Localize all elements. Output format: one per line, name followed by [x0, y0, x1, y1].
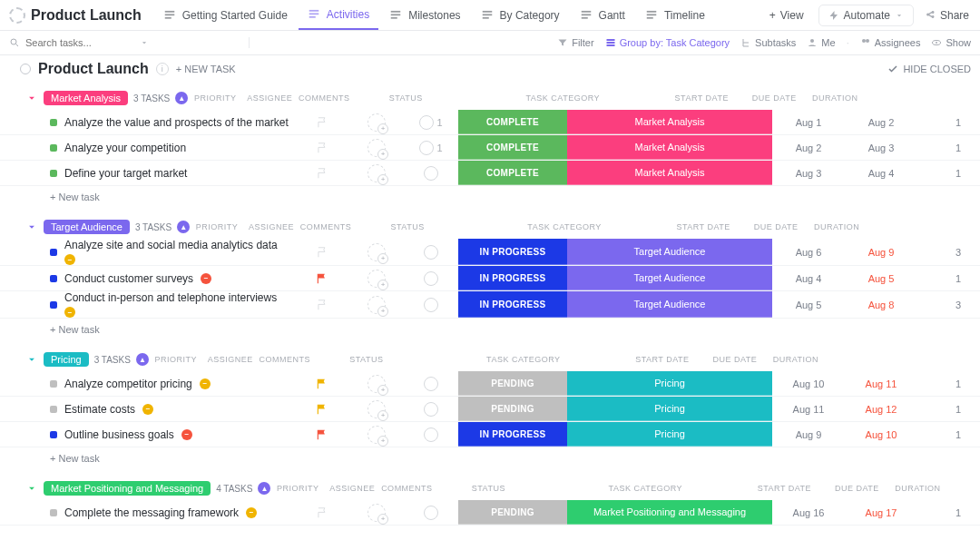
status-square-icon[interactable] [50, 249, 57, 256]
status-square-icon[interactable] [50, 144, 57, 152]
group-pill[interactable]: Target Audience [44, 220, 130, 234]
new-task-button[interactable]: + New task [0, 447, 980, 469]
col-start-date[interactable]: START DATE [665, 93, 738, 103]
collapse-all-icon[interactable] [20, 64, 31, 74]
col-comments[interactable]: COMMENTS [258, 355, 312, 364]
comment-icon[interactable] [424, 427, 438, 442]
status-square-icon[interactable] [50, 301, 57, 309]
comment-icon[interactable] [424, 506, 438, 520]
group-pill[interactable]: Market Positioning and Messaging [44, 481, 211, 496]
status-cell[interactable]: IN PROGRESS [458, 422, 567, 447]
assignee-placeholder[interactable] [368, 375, 386, 393]
task-row[interactable]: Outline business goals− IN PROGRESS Pric… [0, 422, 980, 447]
collapse-icon[interactable]: ▲ [175, 92, 188, 104]
comment-icon[interactable] [424, 402, 438, 417]
col-assignee[interactable]: ASSIGNEE [325, 484, 379, 493]
search-input[interactable] [25, 37, 134, 48]
due-date-cell[interactable]: Aug 3 [845, 135, 917, 160]
col-start-date[interactable]: START DATE [626, 355, 699, 364]
task-row[interactable]: Analyze site and social media analytics … [0, 239, 980, 266]
add-view[interactable]: + View [760, 3, 813, 28]
start-date-cell[interactable]: Aug 5 [772, 291, 845, 318]
col-priority[interactable]: PRIORITY [188, 93, 242, 103]
new-task-button[interactable]: + New task [0, 186, 980, 208]
status-square-icon[interactable] [50, 509, 57, 516]
status-square-icon[interactable] [50, 380, 57, 388]
col-category[interactable]: TASK CATEGORY [460, 93, 665, 103]
status-cell[interactable]: PENDING [458, 397, 567, 421]
comment-icon[interactable] [424, 377, 438, 391]
status-square-icon[interactable] [50, 170, 57, 177]
task-row[interactable]: Conduct in-person and telephone intervie… [0, 291, 980, 319]
duration-cell[interactable]: 1 [917, 135, 966, 160]
assignee-placeholder[interactable] [368, 164, 386, 182]
col-duration[interactable]: DURATION [812, 222, 861, 231]
due-date-cell[interactable]: Aug 5 [845, 266, 917, 290]
group-pill[interactable]: Market Analysis [44, 91, 128, 105]
priority-flag-icon[interactable] [316, 246, 328, 259]
assignee-placeholder[interactable] [368, 270, 386, 288]
show-button[interactable]: Show [931, 37, 971, 48]
chevron-down-icon[interactable] [25, 221, 38, 233]
collapse-icon[interactable]: ▲ [177, 221, 190, 233]
status-square-icon[interactable] [50, 275, 57, 282]
due-date-cell[interactable]: Aug 2 [845, 110, 917, 134]
chevron-down-icon[interactable] [140, 38, 149, 47]
start-date-cell[interactable]: Aug 4 [772, 266, 845, 290]
assignee-placeholder[interactable] [368, 296, 386, 314]
duration-cell[interactable]: 1 [917, 161, 966, 185]
col-category[interactable]: TASK CATEGORY [421, 355, 626, 364]
search-box[interactable] [9, 37, 250, 48]
group-pill[interactable]: Pricing [44, 352, 89, 367]
view-tab[interactable]: By Category [472, 2, 569, 29]
category-cell[interactable]: Pricing [567, 371, 772, 396]
category-cell[interactable]: Market Analysis [567, 135, 772, 160]
chevron-down-icon[interactable] [25, 353, 38, 366]
task-name[interactable]: Outline business goals [64, 428, 174, 441]
duration-cell[interactable]: 1 [917, 110, 966, 134]
duration-cell[interactable]: 1 [917, 266, 966, 290]
category-cell[interactable]: Market Analysis [567, 110, 772, 134]
start-date-cell[interactable]: Aug 9 [772, 422, 845, 447]
priority-flag-icon[interactable] [316, 142, 328, 154]
category-cell[interactable]: Target Audience [567, 291, 772, 318]
task-row[interactable]: Estimate costs− PENDING Pricing Aug 11 A… [0, 397, 980, 422]
due-date-cell[interactable]: Aug 9 [845, 239, 917, 265]
due-date-cell[interactable]: Aug 12 [845, 397, 917, 421]
comment-icon[interactable] [424, 271, 438, 286]
start-date-cell[interactable]: Aug 2 [772, 135, 845, 160]
priority-flag-icon[interactable] [316, 272, 328, 285]
assignee-placeholder[interactable] [368, 426, 386, 444]
status-cell[interactable]: PENDING [458, 500, 567, 525]
task-name[interactable]: Analyze competitor pricing [64, 378, 192, 390]
view-tab[interactable]: Getting Started Guide [154, 2, 297, 29]
status-cell[interactable]: COMPLETE [458, 135, 567, 160]
start-date-cell[interactable]: Aug 16 [772, 500, 845, 525]
col-assignee[interactable]: ASSIGNEE [203, 355, 258, 364]
status-cell[interactable]: IN PROGRESS [458, 239, 567, 265]
due-date-cell[interactable]: Aug 11 [845, 371, 917, 396]
category-cell[interactable]: Pricing [567, 397, 772, 421]
duration-cell[interactable]: 1 [917, 422, 966, 447]
col-assignee[interactable]: ASSIGNEE [244, 222, 299, 231]
status-square-icon[interactable] [50, 406, 57, 413]
duration-cell[interactable]: 3 [917, 239, 966, 265]
priority-flag-icon[interactable] [316, 116, 328, 129]
priority-flag-icon[interactable] [316, 167, 328, 180]
col-priority[interactable]: PRIORITY [190, 222, 244, 231]
category-cell[interactable]: Market Analysis [567, 161, 772, 185]
col-due-date[interactable]: DUE DATE [740, 222, 812, 231]
task-name[interactable]: Complete the messaging framework [64, 506, 239, 519]
start-date-cell[interactable]: Aug 11 [772, 397, 845, 421]
group-by-button[interactable]: Group by: Task Category [605, 37, 730, 48]
task-name[interactable]: Analyze site and social media analytics … [64, 239, 278, 251]
task-row[interactable]: Analyze your competition 1 COMPLETE Mark… [0, 135, 980, 161]
status-cell[interactable]: IN PROGRESS [458, 291, 567, 318]
col-priority[interactable]: PRIORITY [149, 355, 203, 364]
col-comments[interactable]: COMMENTS [297, 93, 351, 103]
priority-flag-icon[interactable] [316, 403, 328, 416]
priority-flag-icon[interactable] [316, 299, 328, 311]
task-row[interactable]: Complete the messaging framework− PENDIN… [0, 500, 980, 526]
me-button[interactable]: Me [807, 37, 835, 48]
due-date-cell[interactable]: Aug 10 [845, 422, 917, 447]
